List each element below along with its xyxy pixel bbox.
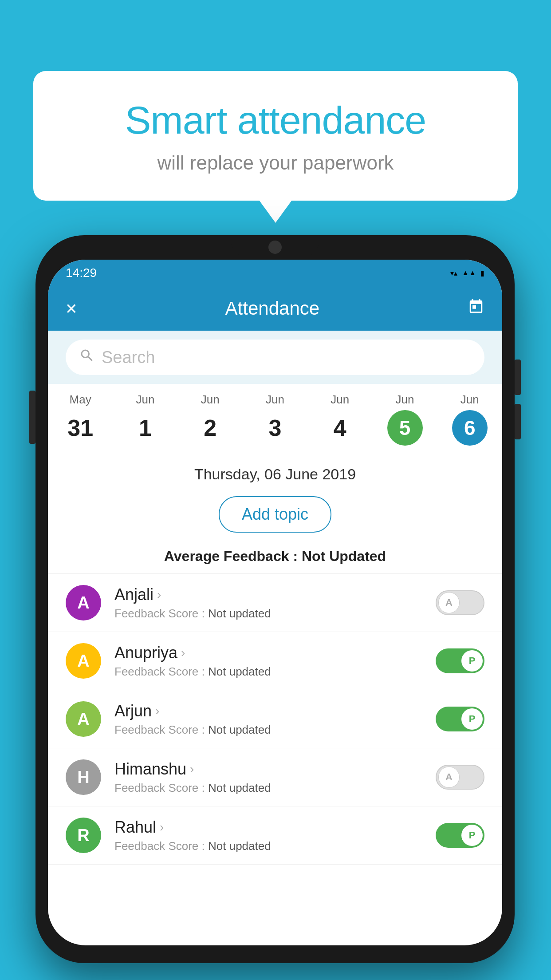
volume-up-button	[515, 360, 521, 395]
calendar-month: May	[48, 393, 113, 407]
student-feedback: Feedback Score : Not updated	[114, 665, 422, 679]
student-feedback: Feedback Score : Not updated	[114, 607, 422, 620]
attendance-toggle[interactable]: A	[436, 590, 484, 615]
student-row[interactable]: H Himanshu › Feedback Score : Not update…	[48, 748, 502, 806]
wifi-icon: ▾▴	[450, 269, 457, 277]
calendar-date[interactable]: 6	[452, 410, 488, 446]
volume-down-button	[515, 404, 521, 439]
calendar-day[interactable]: Jun 3	[243, 393, 307, 446]
add-topic-button[interactable]: Add topic	[219, 496, 331, 533]
search-placeholder: Search	[102, 348, 155, 367]
phone-wrapper: 14:29 ▾▴ ▲▲ ▮ × Attendance	[35, 235, 515, 963]
battery-icon: ▮	[480, 269, 484, 277]
calendar-day[interactable]: Jun 4	[307, 393, 372, 446]
student-feedback: Feedback Score : Not updated	[114, 723, 422, 737]
status-icons: ▾▴ ▲▲ ▮	[450, 269, 484, 277]
close-button[interactable]: ×	[66, 297, 77, 320]
calendar-row: May 31 Jun 1 Jun 2 Jun 3 Jun 4 Jun 5 Jun…	[48, 384, 502, 454]
calendar-day[interactable]: Jun 6	[437, 393, 502, 446]
app-header: × Attendance	[48, 286, 502, 331]
student-info: Anjali › Feedback Score : Not updated	[114, 585, 422, 620]
calendar-month: Jun	[178, 393, 243, 407]
calendar-month: Jun	[437, 393, 502, 407]
student-avatar: H	[66, 759, 101, 795]
student-row[interactable]: A Arjun › Feedback Score : Not updated P	[48, 690, 502, 748]
header-title: Attendance	[225, 298, 320, 319]
calendar-month: Jun	[243, 393, 307, 407]
search-container: Search	[48, 331, 502, 384]
calendar-date[interactable]: 1	[127, 410, 163, 446]
calendar-day[interactable]: Jun 1	[113, 393, 177, 446]
student-info: Rahul › Feedback Score : Not updated	[114, 818, 422, 853]
calendar-day[interactable]: Jun 2	[178, 393, 243, 446]
calendar-date[interactable]: 5	[387, 410, 423, 446]
chevron-icon: ›	[155, 704, 159, 718]
feedback-summary: Average Feedback : Not Updated	[48, 544, 502, 574]
speech-bubble-container: Smart attendance will replace your paper…	[33, 71, 518, 201]
student-name: Rahul ›	[114, 818, 422, 837]
attendance-toggle[interactable]: A	[436, 765, 484, 790]
speech-bubble: Smart attendance will replace your paper…	[33, 71, 518, 201]
calendar-month: Jun	[372, 393, 437, 407]
toggle-knob: A	[438, 592, 460, 613]
student-info: Arjun › Feedback Score : Not updated	[114, 702, 422, 737]
student-avatar: A	[66, 701, 101, 737]
student-name: Himanshu ›	[114, 760, 422, 778]
student-row[interactable]: R Rahul › Feedback Score : Not updated P	[48, 806, 502, 865]
add-topic-container: Add topic	[48, 490, 502, 544]
chevron-icon: ›	[157, 588, 161, 602]
student-name: Anjali ›	[114, 585, 422, 604]
student-avatar: A	[66, 643, 101, 679]
chevron-icon: ›	[160, 820, 164, 834]
calendar-month: Jun	[307, 393, 372, 407]
search-bar[interactable]: Search	[66, 340, 484, 375]
toggle-knob: P	[461, 650, 483, 672]
status-time: 14:29	[66, 266, 97, 280]
student-name: Arjun ›	[114, 702, 422, 720]
selected-date-label: Thursday, 06 June 2019	[194, 466, 356, 482]
calendar-month: Jun	[113, 393, 177, 407]
student-name: Anupriya ›	[114, 644, 422, 662]
phone-camera	[268, 241, 282, 254]
toggle-knob: P	[461, 708, 483, 730]
feedback-avg-label: Average Feedback : Not Updated	[164, 548, 386, 564]
calendar-day[interactable]: May 31	[48, 393, 113, 446]
student-avatar: A	[66, 585, 101, 620]
attendance-toggle[interactable]: P	[436, 648, 484, 673]
attendance-toggle[interactable]: P	[436, 823, 484, 848]
toggle-knob: A	[438, 767, 460, 788]
search-icon	[79, 348, 95, 368]
phone-notch	[231, 235, 319, 257]
student-list: A Anjali › Feedback Score : Not updated …	[48, 574, 502, 865]
speech-bubble-title: Smart attendance	[69, 98, 482, 143]
signal-icon: ▲▲	[462, 269, 476, 277]
calendar-date[interactable]: 2	[193, 410, 228, 446]
student-row[interactable]: A Anupriya › Feedback Score : Not update…	[48, 632, 502, 690]
calendar-date[interactable]: 3	[257, 410, 293, 446]
calendar-date[interactable]: 4	[322, 410, 358, 446]
chevron-icon: ›	[190, 762, 194, 776]
student-avatar: R	[66, 818, 101, 853]
student-feedback: Feedback Score : Not updated	[114, 781, 422, 795]
power-button	[29, 391, 35, 444]
phone-screen: 14:29 ▾▴ ▲▲ ▮ × Attendance	[48, 260, 502, 945]
student-row[interactable]: A Anjali › Feedback Score : Not updated …	[48, 574, 502, 632]
calendar-day[interactable]: Jun 5	[372, 393, 437, 446]
toggle-knob: P	[461, 825, 483, 846]
student-info: Himanshu › Feedback Score : Not updated	[114, 760, 422, 795]
chevron-icon: ›	[181, 646, 185, 660]
attendance-toggle[interactable]: P	[436, 707, 484, 731]
calendar-icon[interactable]	[468, 298, 484, 319]
date-info: Thursday, 06 June 2019	[48, 454, 502, 490]
status-bar: 14:29 ▾▴ ▲▲ ▮	[48, 260, 502, 286]
student-info: Anupriya › Feedback Score : Not updated	[114, 644, 422, 679]
phone-frame: 14:29 ▾▴ ▲▲ ▮ × Attendance	[35, 235, 515, 963]
speech-bubble-subtitle: will replace your paperwork	[69, 152, 482, 174]
calendar-date[interactable]: 31	[63, 410, 98, 446]
student-feedback: Feedback Score : Not updated	[114, 839, 422, 853]
